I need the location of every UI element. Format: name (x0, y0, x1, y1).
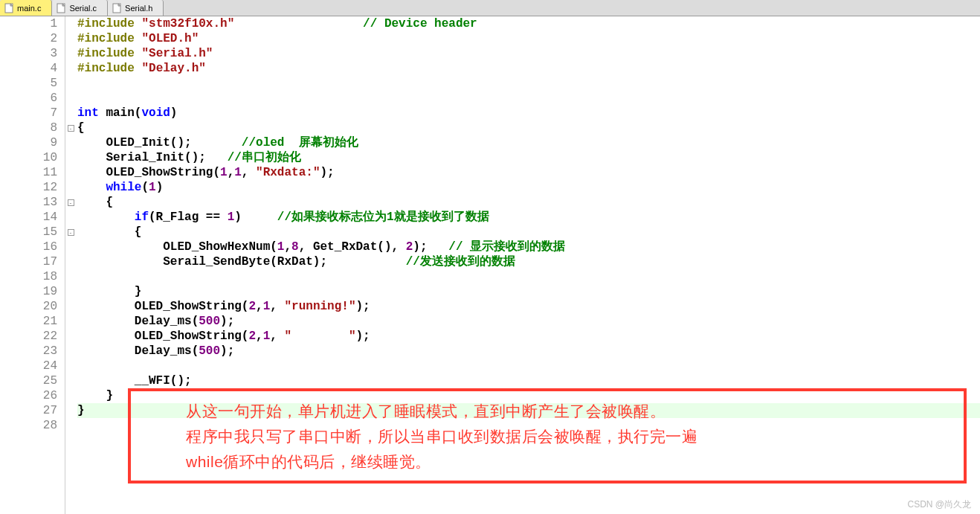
code-line[interactable]: } (77, 388, 980, 403)
fold-marker-slot (65, 269, 76, 284)
line-number: 13 (0, 195, 57, 210)
code-line[interactable] (77, 359, 980, 373)
fold-marker-slot (65, 254, 76, 269)
code-editor[interactable]: 1234567891011121314151617181920212223242… (0, 16, 980, 514)
line-number: 22 (0, 329, 57, 344)
code-line[interactable]: { (77, 195, 980, 210)
fold-marker-slot (65, 284, 76, 299)
code-line[interactable]: Serail_SendByte(RxDat); //发送接收到的数据 (77, 254, 980, 269)
code-line[interactable] (77, 269, 980, 284)
fold-marker-slot: - (65, 121, 76, 135)
fold-marker-slot (65, 299, 76, 314)
code-line[interactable]: } (77, 284, 980, 299)
fold-marker-slot (65, 403, 76, 418)
file-icon (57, 3, 66, 13)
fold-marker-slot (65, 210, 76, 225)
code-line[interactable]: Delay_ms(500); (77, 344, 980, 359)
code-line[interactable]: } (77, 403, 980, 418)
tab-serial-h[interactable]: Serial.h (108, 0, 164, 16)
line-number: 7 (0, 106, 57, 121)
code-line[interactable]: Delay_ms(500); (77, 314, 980, 329)
code-line[interactable]: #include "stm32f10x.h" // Device header (77, 16, 980, 31)
code-line[interactable]: OLED_ShowString(2,1, "running!"); (77, 299, 980, 314)
line-number: 12 (0, 180, 57, 195)
tab-label: Serial.h (125, 4, 152, 13)
line-number: 3 (0, 46, 57, 61)
fold-toggle-icon[interactable]: - (68, 199, 74, 206)
line-number: 28 (0, 418, 57, 433)
code-line[interactable]: OLED_Init(); //oled 屏幕初始化 (77, 135, 980, 150)
fold-marker-slot: - (65, 195, 76, 210)
fold-column: --- (65, 16, 76, 514)
fold-marker-slot (65, 31, 76, 46)
fold-marker-slot (65, 388, 76, 403)
line-number: 8 (0, 121, 57, 135)
code-line[interactable] (77, 91, 980, 106)
code-line[interactable]: #include "Delay.h" (77, 61, 980, 76)
fold-marker-slot (65, 76, 76, 91)
fold-marker-slot (65, 240, 76, 254)
fold-marker-slot (65, 61, 76, 76)
fold-marker-slot (65, 180, 76, 195)
fold-marker-slot: - (65, 225, 76, 240)
code-line[interactable]: #include "OLED.h" (77, 31, 980, 46)
tab-label: main.c (17, 4, 41, 13)
fold-toggle-icon[interactable]: - (68, 125, 74, 132)
line-number: 19 (0, 284, 57, 299)
line-number: 17 (0, 254, 57, 269)
file-icon (4, 3, 14, 13)
line-number: 1 (0, 16, 57, 31)
code-line[interactable]: __WFI(); (77, 373, 980, 388)
line-number: 26 (0, 388, 57, 403)
code-line[interactable]: { (77, 121, 980, 135)
line-number-gutter: 1234567891011121314151617181920212223242… (0, 16, 65, 514)
line-number: 4 (0, 61, 57, 76)
code-line[interactable]: #include "Serial.h" (77, 46, 980, 61)
line-number: 6 (0, 91, 57, 106)
line-number: 24 (0, 359, 57, 373)
fold-marker-slot (65, 373, 76, 388)
line-number: 2 (0, 31, 57, 46)
code-line[interactable] (77, 76, 980, 91)
line-number: 15 (0, 225, 57, 240)
fold-marker-slot (65, 135, 76, 150)
fold-marker-slot (65, 418, 76, 433)
fold-toggle-icon[interactable]: - (68, 229, 74, 236)
line-number: 21 (0, 314, 57, 329)
line-number: 11 (0, 165, 57, 180)
code-line[interactable] (77, 418, 980, 433)
line-number: 25 (0, 373, 57, 388)
line-number: 9 (0, 135, 57, 150)
fold-marker-slot (65, 150, 76, 165)
line-number: 14 (0, 210, 57, 225)
code-line[interactable]: if(R_Flag == 1) //如果接收标志位为1就是接收到了数据 (77, 210, 980, 225)
line-number: 27 (0, 403, 57, 418)
fold-marker-slot (65, 46, 76, 61)
tab-serial-c[interactable]: Serial.c (52, 0, 108, 16)
watermark: CSDN @尚久龙 (907, 498, 971, 511)
code-line[interactable]: { (77, 225, 980, 240)
fold-marker-slot (65, 165, 76, 180)
line-number: 20 (0, 299, 57, 314)
code-line[interactable]: int main(void) (77, 106, 980, 121)
line-number: 18 (0, 269, 57, 284)
code-line[interactable]: OLED_ShowHexNum(1,8, Get_RxDat(), 2); //… (77, 240, 980, 254)
code-line[interactable]: Serial_Init(); //串口初始化 (77, 150, 980, 165)
file-icon (112, 3, 122, 13)
fold-marker-slot (65, 359, 76, 373)
tab-main-c[interactable]: main.c (0, 0, 52, 16)
fold-marker-slot (65, 91, 76, 106)
fold-marker-slot (65, 16, 76, 31)
code-line[interactable]: OLED_ShowString(2,1, " "); (77, 329, 980, 344)
code-area[interactable]: #include "stm32f10x.h" // Device header#… (76, 16, 980, 514)
tab-label: Serial.c (69, 4, 97, 13)
code-line[interactable]: OLED_ShowString(1,1, "Rxdata:"); (77, 165, 980, 180)
fold-marker-slot (65, 314, 76, 329)
code-line[interactable]: while(1) (77, 180, 980, 195)
fold-marker-slot (65, 344, 76, 359)
line-number: 10 (0, 150, 57, 165)
fold-marker-slot (65, 329, 76, 344)
tab-bar: main.c Serial.c Serial.h (0, 0, 980, 16)
line-number: 16 (0, 240, 57, 254)
line-number: 5 (0, 76, 57, 91)
